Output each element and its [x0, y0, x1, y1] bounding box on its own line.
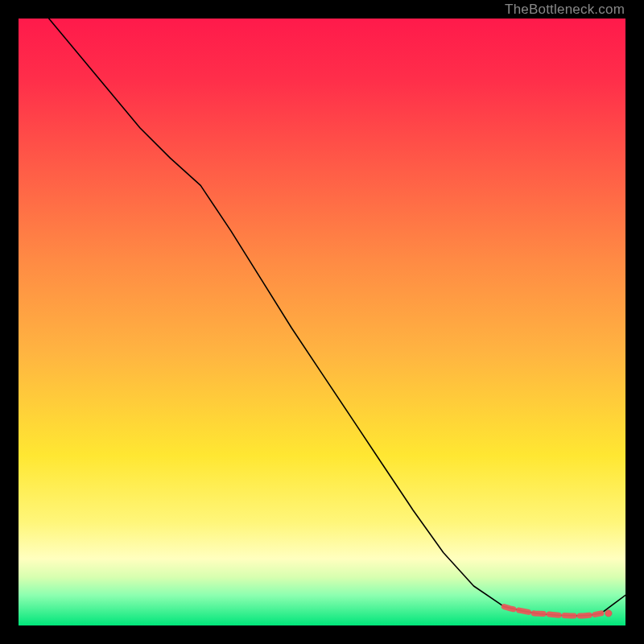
curve-layer — [49, 19, 625, 616]
attribution-label: TheBottleneck.com — [505, 2, 625, 18]
highlight-end-dot — [605, 610, 612, 617]
highlight-stroke — [504, 607, 601, 616]
bottleneck-curve — [49, 19, 625, 616]
plot-area — [19, 19, 625, 625]
chart-stage: TheBottleneck.com — [0, 0, 644, 644]
markers-layer — [504, 607, 612, 617]
chart-svg — [19, 19, 625, 625]
